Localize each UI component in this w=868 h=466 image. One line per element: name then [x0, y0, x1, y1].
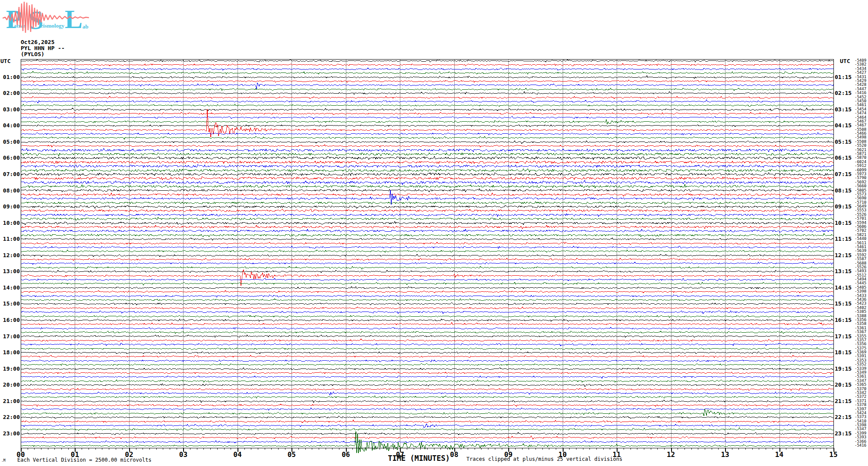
- left-time-03:00: 03:00: [0, 107, 20, 113]
- trace-line-77: [21, 372, 833, 374]
- trace-line-92: [21, 432, 833, 435]
- trace-line-70: [21, 343, 833, 346]
- right-time-01:15: 01:15: [835, 74, 852, 80]
- trace-line-82: [21, 392, 833, 395]
- trace-line-38: [21, 214, 833, 217]
- trace-line-57: [21, 290, 833, 293]
- trace-line-48: [21, 254, 833, 257]
- trace-line-75: [21, 363, 833, 366]
- trace-line-78: [21, 376, 833, 378]
- left-time-20:00: 20:00: [0, 382, 20, 388]
- left-time-09:00: 09:00: [0, 204, 20, 210]
- x-tick-label-14: 14: [771, 450, 788, 459]
- left-time-05:00: 05:00: [0, 139, 20, 145]
- left-time-22:00: 22:00: [0, 414, 20, 420]
- right-time-09:15: 09:15: [835, 204, 852, 210]
- trace-line-31: [21, 184, 833, 188]
- trace-line-59: [21, 299, 833, 301]
- trace-line-21: [21, 145, 833, 147]
- offset-value-row-95: -5416: [855, 443, 866, 447]
- right-time-21:15: 21:15: [835, 398, 852, 404]
- trace-line-73: [21, 355, 833, 358]
- left-time-17:00: 17:00: [0, 334, 20, 340]
- x-tick-label-06: 06: [337, 450, 355, 459]
- trace-line-7: [21, 88, 833, 91]
- left-time-08:00: 08:00: [0, 188, 20, 194]
- trace-line-81: [21, 388, 833, 390]
- right-time-13:15: 13:15: [835, 268, 852, 274]
- left-time-01:00: 01:00: [0, 74, 20, 80]
- trace-line-16: [21, 125, 833, 127]
- trace-line-14: [21, 116, 833, 119]
- trace-line-53: [21, 270, 833, 286]
- right-time-03:15: 03:15: [835, 107, 852, 113]
- trace-line-93: [21, 436, 833, 439]
- trace-line-20: [21, 141, 833, 144]
- x-axis-title: TIME (MINUTES): [380, 454, 458, 463]
- left-time-19:00: 19:00: [0, 366, 20, 372]
- trace-line-11: [21, 104, 833, 107]
- trace-line-63: [21, 315, 833, 318]
- left-time-14:00: 14:00: [0, 285, 20, 291]
- trace-line-88: [21, 416, 833, 419]
- scale-note: Each Vertical Division = 2500.00 microvo…: [17, 457, 152, 463]
- trace-line-52: [21, 270, 833, 273]
- trace-line-62: [21, 311, 833, 314]
- right-time-23:15: 23:15: [835, 431, 852, 437]
- x-tick-label-03: 03: [174, 450, 192, 459]
- clip-note: Traces clipped at plus/minus 25 vertical…: [466, 456, 622, 462]
- trace-line-84: [21, 400, 833, 403]
- trace-line-33: [21, 193, 833, 196]
- left-time-18:00: 18:00: [0, 350, 20, 356]
- trace-line-32: [21, 189, 833, 192]
- trace-line-12: [21, 108, 833, 111]
- trace-line-94: [21, 441, 833, 443]
- trace-line-41: [21, 225, 833, 229]
- trace-line-66: [21, 327, 833, 330]
- right-time-22:15: 22:15: [835, 414, 852, 420]
- right-time-14:15: 14:15: [835, 285, 852, 291]
- trace-line-15: [21, 120, 833, 124]
- trace-line-22: [21, 148, 833, 152]
- trace-line-72: [21, 352, 833, 354]
- x-tick-label-05: 05: [283, 450, 300, 459]
- left-time-23:00: 23:00: [0, 431, 20, 437]
- trace-line-58: [21, 295, 833, 297]
- right-time-02:15: 02:15: [835, 90, 852, 96]
- right-time-12:15: 12:15: [835, 252, 852, 258]
- trace-line-54: [21, 278, 833, 281]
- trace-line-65: [21, 322, 833, 325]
- left-time-11:00: 11:00: [0, 236, 20, 242]
- right-time-11:15: 11:15: [835, 236, 852, 242]
- left-time-10:00: 10:00: [0, 220, 20, 226]
- trace-line-85: [21, 404, 833, 406]
- trace-line-30: [21, 180, 833, 185]
- trace-line-5: [21, 80, 833, 82]
- right-time-05:15: 05:15: [835, 139, 852, 145]
- trace-line-69: [21, 339, 833, 342]
- trace-line-74: [21, 360, 833, 362]
- left-time-04:00: 04:00: [0, 123, 20, 129]
- trace-line-10: [21, 100, 833, 103]
- trace-line-24: [21, 156, 833, 160]
- left-time-13:00: 13:00: [0, 268, 20, 274]
- trace-line-4: [21, 76, 833, 79]
- trace-line-3: [21, 71, 833, 74]
- trace-line-90: [21, 424, 833, 428]
- trace-line-61: [21, 307, 833, 309]
- trace-line-45: [21, 242, 833, 245]
- trace-line-79: [21, 380, 833, 382]
- x-tick-label-13: 13: [716, 450, 734, 459]
- right-time-08:15: 08:15: [835, 188, 852, 194]
- x-tick-label-04: 04: [229, 450, 246, 459]
- x-tick-label-15: 15: [825, 450, 842, 459]
- right-time-04:15: 04:15: [835, 123, 852, 129]
- right-time-16:15: 16:15: [835, 317, 852, 323]
- right-time-07:15: 07:15: [835, 171, 852, 177]
- left-time-07:00: 07:00: [0, 171, 20, 177]
- trace-line-25: [21, 161, 833, 164]
- trace-line-19: [21, 136, 833, 139]
- trace-line-0: [21, 60, 833, 62]
- trace-line-26: [21, 164, 833, 168]
- right-time-15:15: 15:15: [835, 301, 852, 307]
